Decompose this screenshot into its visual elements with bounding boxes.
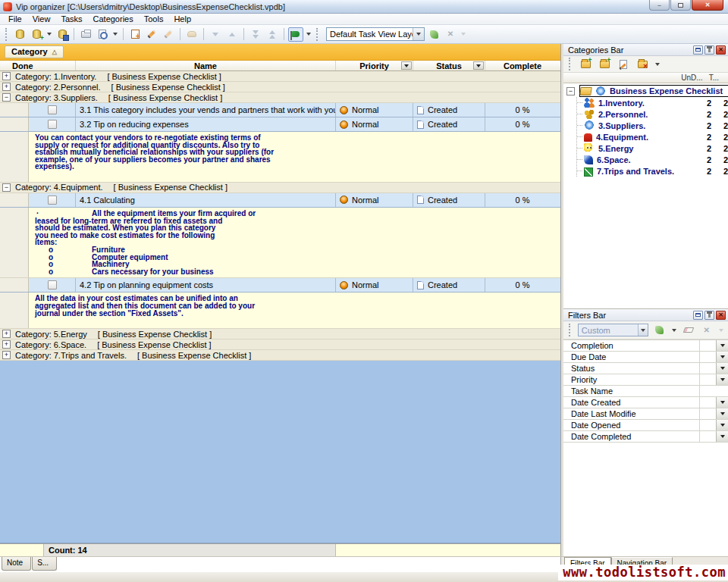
task-view-dropdown[interactable] xyxy=(306,33,311,36)
filter-value-field[interactable] xyxy=(700,431,716,442)
save-filter-button[interactable] xyxy=(652,323,667,337)
save-filter-dropdown[interactable] xyxy=(672,329,676,332)
tree-root-row[interactable]: Business Expense Checklist 14 14 xyxy=(579,85,728,97)
category-group-row[interactable]: +Category: 7.Trips and Travels.[ Busines… xyxy=(0,350,560,361)
print-preview-button[interactable] xyxy=(95,27,110,42)
category-group-row[interactable]: +Category: 1.Inventory.[ Business Expens… xyxy=(0,71,560,82)
filters-toolbar-dropdown[interactable] xyxy=(719,329,723,332)
task-checkbox[interactable] xyxy=(48,280,57,289)
open-database-dropdown[interactable] xyxy=(47,33,52,36)
move-up-button[interactable] xyxy=(224,27,240,42)
column-name[interactable]: Name xyxy=(76,61,336,70)
group-by-category-chip[interactable]: Category △ xyxy=(5,45,64,58)
clear-filter-button[interactable] xyxy=(682,323,696,337)
task-name-cell[interactable]: 3.2 Tip on reducing expenses xyxy=(76,117,336,131)
expand-toggle-icon[interactable]: + xyxy=(2,83,11,91)
filters-pin-button[interactable] xyxy=(704,311,714,320)
task-name-cell[interactable]: 4.2 Tip on planning equipment costs xyxy=(76,278,336,292)
filter-preset-combobox[interactable]: Custom xyxy=(578,324,648,336)
filter-dropdown-button[interactable] xyxy=(716,431,728,442)
move-to-bottom-button[interactable] xyxy=(248,27,263,42)
task-checkbox[interactable] xyxy=(48,196,57,205)
column-priority[interactable]: Priority xyxy=(336,61,413,70)
save-database-button[interactable] xyxy=(55,27,70,42)
delete-task-button[interactable] xyxy=(161,27,176,42)
menu-categories[interactable]: Categories xyxy=(88,14,139,25)
filter-preset-dropdown[interactable] xyxy=(638,324,648,336)
menu-view[interactable]: View xyxy=(27,14,56,25)
expand-toggle-icon[interactable]: − xyxy=(2,183,11,192)
layout-combobox-dropdown[interactable] xyxy=(413,28,424,40)
filter-dropdown-button[interactable] xyxy=(716,408,728,419)
filter-dropdown-button[interactable] xyxy=(716,397,728,408)
new-subcategory-button[interactable] xyxy=(597,57,612,71)
filter-dropdown-button[interactable] xyxy=(716,374,728,385)
minimize-button[interactable]: – xyxy=(649,0,670,11)
delete-filter-button[interactable]: ✕ xyxy=(699,323,714,337)
menu-help[interactable]: Help xyxy=(168,14,196,25)
categories-pin-button[interactable] xyxy=(704,45,714,55)
restore-button[interactable] xyxy=(670,0,691,11)
root-collapse-toggle[interactable]: − xyxy=(566,87,575,95)
category-group-row[interactable]: +Category: 2.Personnel.[ Business Expens… xyxy=(0,82,560,92)
menu-file[interactable]: File xyxy=(3,14,27,25)
category-group-row[interactable]: −Category: 4.Equipment.[ Business Expens… xyxy=(0,183,560,193)
column-status[interactable]: Status xyxy=(413,61,485,70)
column-complete[interactable]: Complete xyxy=(485,61,560,70)
tree-item-map[interactable]: 7.Trips and Travels.22 xyxy=(577,165,728,177)
filter-dropdown-button[interactable] xyxy=(716,340,728,351)
tree-item-machine[interactable]: 4.Equipment.22 xyxy=(577,131,728,142)
open-database-button[interactable] xyxy=(29,27,44,42)
filter-value-field[interactable] xyxy=(700,340,716,351)
tree-item-people[interactable]: 1.Inventory.22 xyxy=(577,97,728,108)
column-undone[interactable]: UnD... xyxy=(681,74,702,82)
column-total[interactable]: T... xyxy=(709,74,719,82)
categories-toolbar-dropdown[interactable] xyxy=(655,63,660,66)
layout-options-dropdown[interactable] xyxy=(461,33,466,36)
print-button[interactable] xyxy=(78,27,93,42)
filter-dropdown-button[interactable] xyxy=(716,420,728,430)
menu-tools[interactable]: Tools xyxy=(139,14,169,25)
move-down-button[interactable] xyxy=(208,27,223,42)
priority-filter-dropdown[interactable] xyxy=(401,61,412,70)
print-dropdown[interactable] xyxy=(113,33,118,36)
column-done[interactable]: Done xyxy=(0,61,76,70)
filter-value-field[interactable] xyxy=(700,374,716,385)
tree-item-smiley[interactable]: 5.Energy22 xyxy=(577,142,728,154)
title-bar[interactable]: Vip organizer [C:\Users\dmitry\Desktop\B… xyxy=(0,0,728,14)
delete-category-button[interactable] xyxy=(635,57,650,71)
category-group-row[interactable]: +Category: 5.Energy[ Business Expense Ch… xyxy=(0,329,560,340)
delete-layout-button[interactable]: ✕ xyxy=(443,27,458,42)
task-row[interactable]: 3.2 Tip on reducing expensesNormalCreate… xyxy=(0,117,560,132)
layout-combobox[interactable]: Default Task View Layout xyxy=(326,27,425,41)
new-database-button[interactable] xyxy=(12,27,27,42)
bottom-tab-s[interactable]: S... xyxy=(32,557,57,571)
expand-toggle-icon[interactable]: + xyxy=(2,340,11,349)
new-task-button[interactable] xyxy=(127,27,143,42)
bottom-tab-note[interactable]: Note xyxy=(2,557,31,571)
complete-task-button[interactable] xyxy=(184,27,199,42)
tree-item-globe[interactable]: 3.Suppliers.22 xyxy=(577,120,728,131)
task-view-button[interactable] xyxy=(288,27,303,42)
filter-dropdown-button[interactable] xyxy=(716,363,728,374)
menu-tasks[interactable]: Tasks xyxy=(55,14,87,25)
filter-value-field[interactable] xyxy=(700,386,728,396)
category-group-row[interactable]: −Category: 3.Suppliers.[ Business Expens… xyxy=(0,92,560,103)
filter-dropdown-button[interactable] xyxy=(716,352,728,362)
move-to-top-button[interactable] xyxy=(265,27,280,42)
filter-value-field[interactable] xyxy=(700,420,716,430)
filter-value-field[interactable] xyxy=(700,408,716,419)
filters-close-button[interactable]: ✕ xyxy=(716,311,726,320)
filter-value-field[interactable] xyxy=(700,397,716,408)
task-name-cell[interactable]: 3.1 This category includes your vends an… xyxy=(76,103,336,117)
expand-toggle-icon[interactable]: + xyxy=(2,72,11,80)
task-checkbox[interactable] xyxy=(48,105,57,114)
edit-category-button[interactable] xyxy=(616,57,631,71)
close-button[interactable]: ✕ xyxy=(692,0,723,11)
task-row[interactable]: 4.1 CalculatingNormalCreated0 % xyxy=(0,193,560,208)
expand-toggle-icon[interactable]: − xyxy=(2,93,11,102)
task-checkbox[interactable] xyxy=(48,120,57,129)
filters-restore-button[interactable] xyxy=(693,311,703,320)
task-name-cell[interactable]: 4.1 Calculating xyxy=(76,193,336,207)
expand-toggle-icon[interactable]: + xyxy=(2,330,11,338)
